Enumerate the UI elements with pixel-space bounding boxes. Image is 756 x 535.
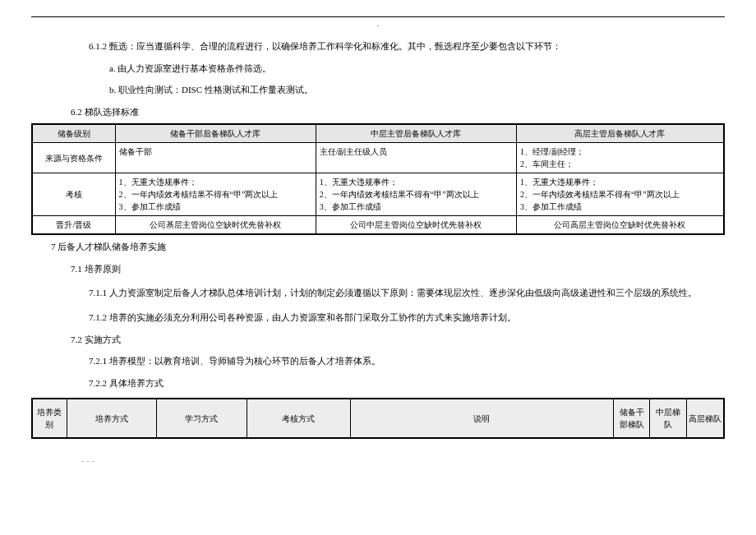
t1-row2-label: 考核	[32, 173, 115, 216]
t1-row3-c3: 公司高层主管岗位空缺时优先替补权	[516, 216, 724, 235]
t1-header-level: 储备级别	[32, 124, 115, 143]
para-7-1-1: 7.1.1 人力资源室制定后备人才梯队总体培训计划，计划的制定必须遵循以下原则：…	[31, 284, 725, 302]
ellipsis-bottom: . . .	[31, 455, 725, 465]
t2-h0: 培养类别	[32, 399, 67, 438]
para-7-1-2: 7.1.2 培养的实施必须充分利用公司各种资源，由人力资源室和各部门采取分工协作…	[31, 311, 725, 325]
t1-row3-c1: 公司基层主管岗位空缺时优先替补权	[115, 216, 316, 235]
para-7-2-1: 7.2.1 培养模型：以教育培训、导师辅导为核心环节的后备人才培养体系。	[31, 354, 725, 368]
t2-h7: 高层梯队	[687, 399, 724, 438]
t1-row1-c1: 储备干部	[115, 143, 316, 173]
para-6-1-2-b: b. 职业性向测试：DISC 性格测试和工作量表测试。	[31, 83, 725, 97]
t2-h6: 中层梯队	[650, 399, 687, 438]
section-7-2: 7.2 实施方式	[31, 333, 725, 347]
para-7-2-2: 7.2.2 具体培养方式	[31, 376, 725, 390]
para-6-1-2-a: a. 由人力资源室进行基本资格条件筛选。	[31, 62, 725, 76]
t2-h3: 考核方式	[247, 399, 350, 438]
table-training-methods-header: 培养类别 培养方式 学习方式 考核方式 说明 储备干部梯队 中层梯队 高层梯队	[31, 398, 725, 439]
section-7-1: 7.1 培养原则	[31, 262, 725, 276]
t1-header-reserve: 储备干部后备梯队人才库	[115, 124, 316, 143]
para-6-1-2: 6.1.2 甄选：应当遵循科学、合理的流程进行，以确保培养工作科学化和标准化。其…	[31, 39, 725, 53]
t2-h2: 学习方式	[157, 399, 247, 438]
t2-h4: 说明	[350, 399, 613, 438]
t1-row1-label: 来源与资格条件	[32, 143, 115, 173]
t1-row1-c3: 1、经理/副经理；2、车间主任；	[516, 143, 724, 173]
t1-row2-c3: 1、无重大违规事件；2、一年内绩效考核结果不得有“甲”两次以上3、参加工作成绩	[516, 173, 724, 216]
t1-row3-label: 晋升/晋级	[32, 216, 115, 235]
t2-h5: 储备干部梯队	[613, 399, 650, 438]
top-rule	[31, 16, 725, 17]
section-7: 7 后备人才梯队储备培养实施	[31, 240, 725, 254]
ellipsis-top: .	[31, 20, 725, 30]
t1-row3-c2: 公司中层主管岗位空缺时优先替补权	[316, 216, 516, 235]
section-6-2: 6.2 梯队选择标准	[31, 105, 725, 119]
t1-row2-c2: 1、无重大违规事件；2、一年内绩效考核结果不得有“甲”两次以上3、参加工作成绩	[316, 173, 516, 216]
t1-header-middle: 中层主管后备梯队人才库	[316, 124, 516, 143]
t1-row2-c1: 1、无重大违规事件；2、一年内绩效考核结果不得有“甲”两次以上3、参加工作成绩	[115, 173, 316, 216]
t1-header-senior: 高层主管后备梯队人才库	[516, 124, 724, 143]
t1-row1-c2: 主任/副主任级人员	[316, 143, 516, 173]
t2-h1: 培养方式	[67, 399, 156, 438]
table-echelon-criteria: 储备级别 储备干部后备梯队人才库 中层主管后备梯队人才库 高层主管后备梯队人才库…	[31, 123, 725, 235]
